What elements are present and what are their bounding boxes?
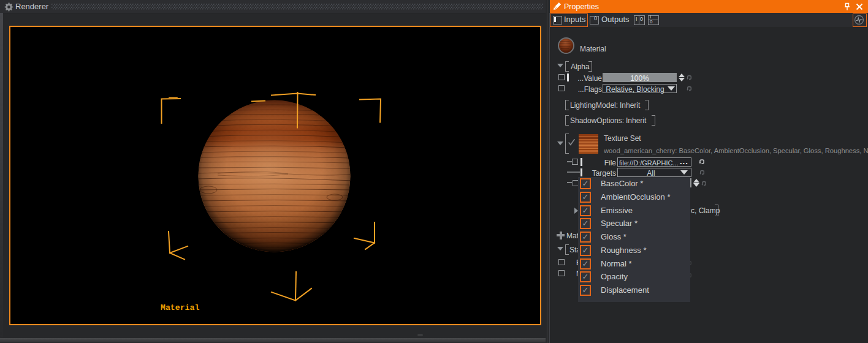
svg-text:Material: Material [161,303,199,312]
